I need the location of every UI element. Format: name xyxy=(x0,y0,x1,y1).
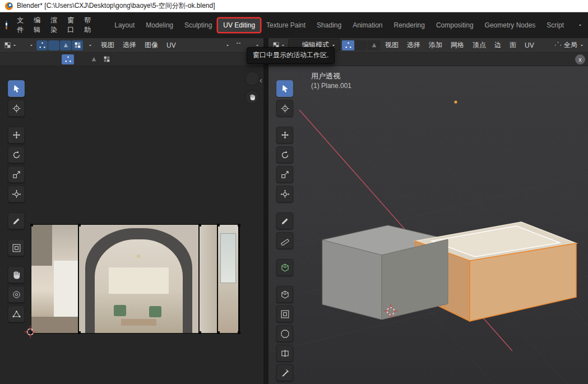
crosshair-icon xyxy=(12,104,21,113)
tool-grab-button[interactable] xyxy=(8,266,25,283)
uv-select-face-button[interactable] xyxy=(60,40,71,50)
tool-scale-button[interactable] xyxy=(276,166,293,183)
vp-menu-uv[interactable]: UV xyxy=(521,40,538,50)
uv-corner-handle[interactable] xyxy=(217,224,220,226)
title-bar: Blender* [C:\Users\CXJ\Desktop\gong\baoy… xyxy=(0,0,588,12)
pan-gizmo-button[interactable] xyxy=(245,90,260,104)
sticky-select-dropdown[interactable] xyxy=(85,40,96,50)
uv-corner-handle[interactable] xyxy=(238,224,240,226)
tool-tweak-button[interactable] xyxy=(8,80,25,97)
bevel-icon xyxy=(280,329,290,339)
tool-add-cube-button[interactable] xyxy=(276,259,293,276)
vp-menu-edge[interactable]: 边 xyxy=(491,39,504,51)
tool-rotate-button[interactable] xyxy=(8,146,25,163)
uv-corner-handle[interactable] xyxy=(238,331,240,334)
uv-menu-view[interactable]: 视图 xyxy=(98,39,118,51)
menu-help[interactable]: 帮助 xyxy=(79,13,96,37)
chevron-down-icon xyxy=(12,43,17,48)
tab-uv-editing[interactable]: UV Editing xyxy=(218,18,260,32)
menu-render[interactable]: 渲染 xyxy=(45,13,62,37)
tool-transform-button[interactable] xyxy=(276,186,293,202)
uv-mode-face-button[interactable] xyxy=(87,54,100,64)
menu-file[interactable]: 文件 xyxy=(12,13,29,37)
tool-rotate-button[interactable] xyxy=(276,146,293,163)
tool-inset-button[interactable] xyxy=(276,306,293,322)
uv-select-island-button[interactable] xyxy=(72,40,83,50)
tab-texture-paint[interactable]: Texture Paint xyxy=(261,18,311,32)
uv-image-panorama[interactable] xyxy=(31,224,240,334)
uv-menu-uv[interactable]: UV xyxy=(163,40,179,50)
xray-toggle-button[interactable] xyxy=(343,54,354,64)
shading-mode-button[interactable] xyxy=(563,54,574,64)
tab-script[interactable]: Script xyxy=(541,18,569,32)
editor-splitter[interactable] xyxy=(263,38,268,384)
tab-geometry-nodes[interactable]: Geometry Nodes xyxy=(480,18,541,32)
blender-menu-icon[interactable] xyxy=(6,21,7,30)
uv-mode-vertex-button[interactable] xyxy=(62,54,74,64)
vp-menu-view[interactable]: 视图 xyxy=(382,39,402,51)
tool-cursor-button[interactable] xyxy=(8,100,25,117)
tab-modeling[interactable]: Modeling xyxy=(141,18,178,32)
uv-menu-select[interactable]: 选择 xyxy=(119,39,140,51)
inset-faces-icon xyxy=(280,309,290,319)
tool-cursor-button[interactable] xyxy=(276,100,293,117)
axis-gizmo-x[interactable]: x xyxy=(575,54,585,64)
vp-menu-add[interactable]: 添加 xyxy=(425,39,446,51)
tool-move-button[interactable] xyxy=(8,127,25,144)
menu-window[interactable]: 窗口 xyxy=(62,13,79,37)
tool-pinch-button[interactable] xyxy=(8,306,25,322)
move-icon xyxy=(12,131,21,140)
transform-orientation-button[interactable]: 全局 xyxy=(553,40,585,50)
uv-select-edge-button[interactable] xyxy=(48,40,59,50)
region-collapse-arrow[interactable]: ‹ xyxy=(260,75,262,85)
tool-annotate-button[interactable] xyxy=(276,212,293,229)
tab-compositing[interactable]: Compositing xyxy=(431,18,479,32)
tool-rip-button[interactable] xyxy=(8,239,25,256)
uv-editor-subheader xyxy=(0,53,263,66)
tool-bevel-button[interactable] xyxy=(276,325,293,342)
uv-corner-handle[interactable] xyxy=(198,331,201,334)
tool-transform-button[interactable] xyxy=(8,186,25,202)
uv-corner-handle[interactable] xyxy=(198,224,201,226)
editor-type-button[interactable] xyxy=(3,40,18,50)
uv-corner-handle[interactable] xyxy=(78,331,81,334)
tool-scale-button[interactable] xyxy=(8,166,25,183)
uv-mode-edge-button[interactable] xyxy=(75,54,87,64)
tool-tweak-button[interactable] xyxy=(276,80,293,97)
zoom-gizmo-button[interactable] xyxy=(245,71,260,86)
menu-edit[interactable]: 编辑 xyxy=(29,13,45,37)
vp-menu-mesh[interactable]: 网格 xyxy=(447,39,467,51)
snap-toggle-button[interactable] xyxy=(233,40,244,50)
tool-move-button[interactable] xyxy=(276,127,293,144)
tool-measure-button[interactable] xyxy=(276,232,293,249)
pivot-point-button[interactable] xyxy=(20,40,35,50)
3d-scene[interactable] xyxy=(268,66,588,384)
tool-relax-button[interactable] xyxy=(8,286,25,303)
vp-menu-face[interactable]: 面 xyxy=(506,39,520,51)
vp-menu-select[interactable]: 选择 xyxy=(404,39,424,51)
uv-corner-handle[interactable] xyxy=(30,224,33,226)
tab-shading[interactable]: Shading xyxy=(312,18,346,32)
uv-corner-handle[interactable] xyxy=(78,224,81,226)
tool-annotate-button[interactable] xyxy=(8,212,25,229)
tool-loop-cut-button[interactable] xyxy=(276,345,293,362)
uv-menu-image[interactable]: 图像 xyxy=(141,39,161,51)
uv-corner-handle[interactable] xyxy=(217,331,220,334)
tab-sculpting[interactable]: Sculpting xyxy=(179,18,217,32)
uv-select-vertex-button[interactable] xyxy=(36,40,48,50)
tool-extrude-button[interactable] xyxy=(276,286,293,303)
uv-canvas[interactable]: ‹ xyxy=(0,66,263,384)
tab-layout[interactable]: Layout xyxy=(109,18,140,32)
scene-selector-button[interactable] xyxy=(569,22,582,29)
tab-rendering[interactable]: Rendering xyxy=(389,18,430,32)
uv-mode-island-button[interactable] xyxy=(100,54,113,64)
move-icon xyxy=(280,131,290,140)
proportional-edit-button[interactable] xyxy=(216,40,231,50)
3d-viewport-canvas[interactable]: 用户透视 (1) Plane.001 xyxy=(268,66,588,384)
vp-menu-vertex[interactable]: 顶点 xyxy=(469,39,489,51)
select-mode-vertex-button[interactable] xyxy=(342,40,354,50)
select-mode-edge-button[interactable] xyxy=(355,40,367,50)
tab-animation[interactable]: Animation xyxy=(348,18,387,32)
select-mode-face-button[interactable] xyxy=(368,40,380,50)
tool-knife-button[interactable] xyxy=(276,364,293,381)
